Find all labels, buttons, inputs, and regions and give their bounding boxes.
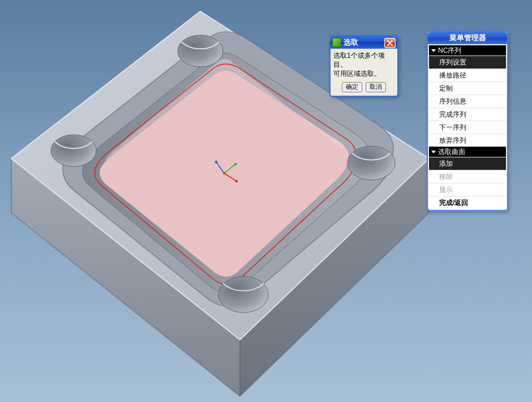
select-dialog-msg-2: 可用区域选取。 [333,69,394,78]
hole-bottom-right[interactable] [218,276,268,313]
menu-item-add[interactable]: 添加 [429,157,506,170]
ok-button[interactable]: 确定 [342,82,362,92]
select-dialog-buttons: 确定 取消 [331,80,397,96]
menu-section-nc-sequence[interactable]: NC序列 [429,45,506,55]
svg-point-2 [235,180,238,183]
hole-top-right[interactable] [347,146,395,180]
select-dialog-title: 选取 [344,37,384,48]
svg-point-4 [234,163,237,166]
menu-item-done-return[interactable]: 完成/返回 [429,196,506,209]
chevron-down-icon [431,49,436,52]
chevron-down-icon [431,151,436,153]
menu-item-next-seq[interactable]: 下一序列 [429,121,506,134]
close-icon[interactable] [384,38,396,48]
menu-item-show[interactable]: 显示 [429,183,506,196]
menu-manager-title[interactable]: 菜单管理器 [428,32,507,44]
select-dialog[interactable]: 选取 选取1个或多个项目。 可用区域选取。 确定 取消 [329,35,398,97]
menu-item-customize[interactable]: 定制 [429,82,506,95]
select-dialog-msg-1: 选取1个或多个项目。 [333,51,394,69]
app-icon [332,38,341,47]
menu-item-remove[interactable]: 移除 [429,170,506,183]
menu-section-select-surf[interactable]: 选取曲面 [429,147,506,157]
hole-top-left[interactable] [178,35,223,67]
menu-item-done-seq[interactable]: 完成序列 [429,108,506,121]
menu-section-label: 选取曲面 [438,147,465,157]
select-dialog-titlebar[interactable]: 选取 [331,36,397,49]
hole-bottom-left[interactable] [51,135,96,166]
menu-item-play-path[interactable]: 播放路径 [429,69,506,82]
menu-section-label: NC序列 [438,45,461,55]
select-dialog-body: 选取1个或多个项目。 可用区域选取。 [331,49,397,80]
svg-point-6 [215,161,218,164]
menu-item-seq-info[interactable]: 序列信息 [429,95,506,108]
menu-manager-panel[interactable]: 菜单管理器 NC序列 序列设置 播放路径 定制 序列信息 完成序列 下一序列 放… [427,31,508,211]
cancel-button[interactable]: 取消 [366,82,386,92]
menu-item-quit-seq[interactable]: 放弃序列 [429,134,506,147]
menu-item-seq-setup[interactable]: 序列设置 [429,55,506,69]
